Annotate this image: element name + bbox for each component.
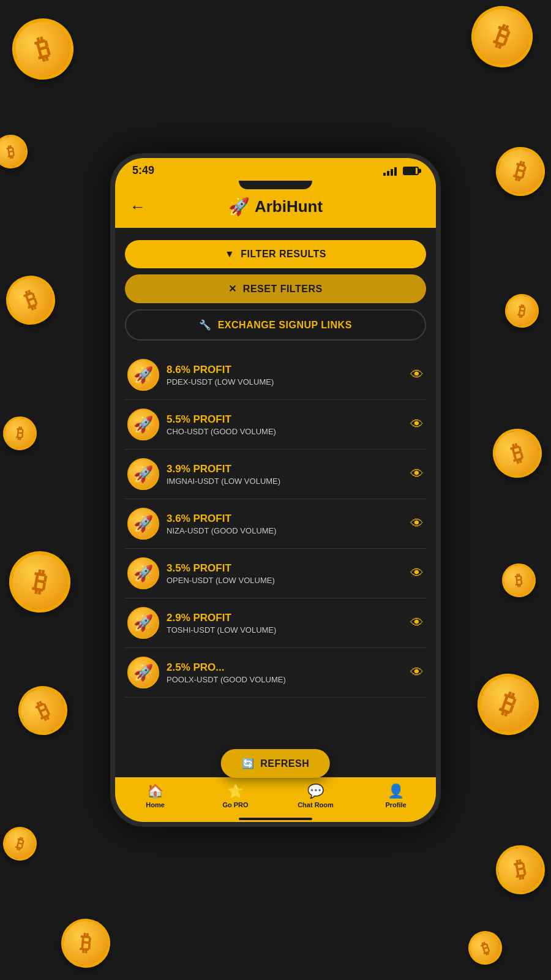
exchange-signup-label: EXCHANGE SIGNUP LINKS: [218, 320, 352, 331]
pair-label-5: OPEN-USDT (LOW VOLUME): [167, 576, 403, 585]
refresh-label: REFRESH: [260, 758, 309, 769]
filter-results-button[interactable]: ▼ FILTER RESULTS: [125, 240, 426, 268]
view-icon-2[interactable]: 👁: [410, 417, 424, 432]
result-item-7[interactable]: 🚀 2.5% PRO... POOLX-USDT (GOOD VOLUME) 👁: [125, 648, 426, 698]
pair-label-4: NIZA-USDT (GOOD VOLUME): [167, 526, 403, 535]
bg-coin: ₿: [6, 12, 80, 86]
result-item-3[interactable]: 🚀 3.9% PROFIT IMGNAI-USDT (LOW VOLUME) 👁: [125, 450, 426, 499]
status-icons: [383, 166, 419, 176]
rocket-icon-4: 🚀: [127, 508, 159, 540]
result-item-4[interactable]: 🚀 3.6% PROFIT NIZA-USDT (GOOD VOLUME) 👁: [125, 499, 426, 549]
view-icon-1[interactable]: 👁: [410, 367, 424, 383]
result-item-6[interactable]: 🚀 2.9% PROFIT TOSHI-USDT (LOW VOLUME) 👁: [125, 598, 426, 648]
bottom-nav: 🏠 Home ⭐ Go PRO 💬 Chat Room 👤 Profile: [115, 777, 436, 817]
rocket-icon-7: 🚀: [127, 657, 159, 688]
result-info-2: 5.5% PROFIT CHO-USDT (GOOD VOLUME): [167, 413, 403, 436]
result-info-5: 3.5% PROFIT OPEN-USDT (LOW VOLUME): [167, 562, 403, 585]
home-indicator: [115, 817, 436, 822]
phone-frame: 5:49 ← 🚀 ArbiHunt ▼ FILTER RESUL: [110, 153, 441, 827]
result-item-1[interactable]: 🚀 8.6% PROFIT PDEX-USDT (LOW VOLUME) 👁: [125, 350, 426, 400]
rocket-icon-1: 🚀: [127, 359, 159, 391]
refresh-icon: 🔄: [242, 758, 255, 769]
bg-coin: ₿: [4, 546, 75, 617]
app-title: 🚀 ArbiHunt: [228, 197, 323, 217]
profit-label-5: 3.5% PROFIT: [167, 562, 403, 575]
bg-coin: ₿: [503, 292, 542, 331]
signal-icon: [383, 166, 397, 176]
bg-coin: ₿: [0, 269, 62, 332]
bg-coin: ₿: [0, 823, 40, 864]
results-list: 🚀 8.6% PROFIT PDEX-USDT (LOW VOLUME) 👁 🚀…: [125, 350, 426, 777]
pair-label-3: IMGNAI-USDT (LOW VOLUME): [167, 477, 403, 486]
chat-icon: 💬: [307, 783, 324, 799]
bg-coin: ₿: [2, 415, 39, 452]
battery-icon: [403, 167, 419, 175]
nav-label-home: Home: [146, 801, 165, 809]
reset-filters-button[interactable]: ✕ RESET FILTERS: [125, 274, 426, 303]
app-header: ← 🚀 ArbiHunt: [115, 189, 436, 228]
result-item-2[interactable]: 🚀 5.5% PROFIT CHO-USDT (GOOD VOLUME) 👁: [125, 400, 426, 450]
star-icon: ⭐: [227, 783, 244, 799]
notch: [239, 181, 312, 189]
nav-item-gopro[interactable]: ⭐ Go PRO: [217, 783, 254, 809]
rocket-icon-6: 🚀: [127, 607, 159, 639]
rocket-icon-5: 🚀: [127, 557, 159, 589]
profile-icon: 👤: [388, 783, 404, 799]
view-icon-4[interactable]: 👁: [410, 516, 424, 532]
pair-label-2: CHO-USDT (GOOD VOLUME): [167, 427, 403, 436]
refresh-button[interactable]: 🔄 REFRESH: [221, 749, 330, 778]
notch-area: [115, 181, 436, 189]
rocket-icon-3: 🚀: [127, 458, 159, 490]
reset-filters-label: RESET FILTERS: [243, 284, 323, 295]
result-info-3: 3.9% PROFIT IMGNAI-USDT (LOW VOLUME): [167, 463, 403, 486]
view-icon-6[interactable]: 👁: [410, 615, 424, 631]
nav-label-profile: Profile: [385, 801, 406, 809]
profit-label-2: 5.5% PROFIT: [167, 413, 403, 426]
profit-label-7: 2.5% PRO...: [167, 662, 403, 674]
profit-label-4: 3.6% PROFIT: [167, 513, 403, 525]
bg-coin: ₿: [463, 926, 506, 969]
nav-item-chatroom[interactable]: 💬 Chat Room: [298, 783, 334, 809]
bg-coin: ₿: [0, 132, 30, 172]
back-button[interactable]: ←: [130, 198, 146, 216]
profit-label-3: 3.9% PROFIT: [167, 463, 403, 475]
view-icon-3[interactable]: 👁: [410, 466, 424, 482]
view-icon-7[interactable]: 👁: [410, 665, 424, 680]
nav-label-gopro: Go PRO: [222, 801, 248, 809]
app-name: ArbiHunt: [255, 197, 323, 216]
pair-label-1: PDEX-USDT (LOW VOLUME): [167, 377, 403, 386]
result-item-5[interactable]: 🚀 3.5% PROFIT OPEN-USDT (LOW VOLUME) 👁: [125, 549, 426, 598]
result-info-7: 2.5% PRO... POOLX-USDT (GOOD VOLUME): [167, 662, 403, 684]
app-content: ▼ FILTER RESULTS ✕ RESET FILTERS 🔧 EXCHA…: [115, 228, 436, 777]
nav-item-profile[interactable]: 👤 Profile: [378, 783, 414, 809]
rocket-icon-2: 🚀: [127, 409, 159, 440]
status-bar: 5:49: [115, 158, 436, 181]
status-time: 5:49: [132, 164, 154, 177]
app-logo-icon: 🚀: [228, 197, 250, 217]
home-bar: [239, 818, 312, 820]
result-info-4: 3.6% PROFIT NIZA-USDT (GOOD VOLUME): [167, 513, 403, 535]
home-icon: 🏠: [147, 783, 163, 799]
bg-coin: ₿: [469, 665, 547, 744]
reset-icon: ✕: [228, 283, 237, 295]
filter-icon: ▼: [225, 249, 234, 260]
bg-coin: ₿: [492, 842, 549, 899]
filter-results-label: FILTER RESULTS: [241, 249, 326, 260]
nav-label-chatroom: Chat Room: [298, 801, 334, 809]
bg-coin: ₿: [490, 141, 550, 202]
pair-label-6: TOSHI-USDT (LOW VOLUME): [167, 625, 403, 635]
pair-label-7: POOLX-USDT (GOOD VOLUME): [167, 675, 403, 684]
view-icon-5[interactable]: 👁: [410, 565, 424, 581]
nav-item-home[interactable]: 🏠 Home: [137, 783, 174, 809]
bg-coin: ₿: [463, 0, 541, 76]
profit-label-1: 8.6% PROFIT: [167, 364, 403, 376]
bg-coin: ₿: [501, 562, 538, 599]
exchange-signup-button[interactable]: 🔧 EXCHANGE SIGNUP LINKS: [125, 309, 426, 341]
result-info-1: 8.6% PROFIT PDEX-USDT (LOW VOLUME): [167, 364, 403, 386]
bg-coin: ₿: [487, 423, 547, 483]
wrench-icon: 🔧: [199, 319, 212, 331]
result-info-6: 2.9% PROFIT TOSHI-USDT (LOW VOLUME): [167, 612, 403, 635]
bg-coin: ₿: [59, 917, 113, 970]
profit-label-6: 2.9% PROFIT: [167, 612, 403, 624]
bg-coin: ₿: [10, 678, 75, 743]
